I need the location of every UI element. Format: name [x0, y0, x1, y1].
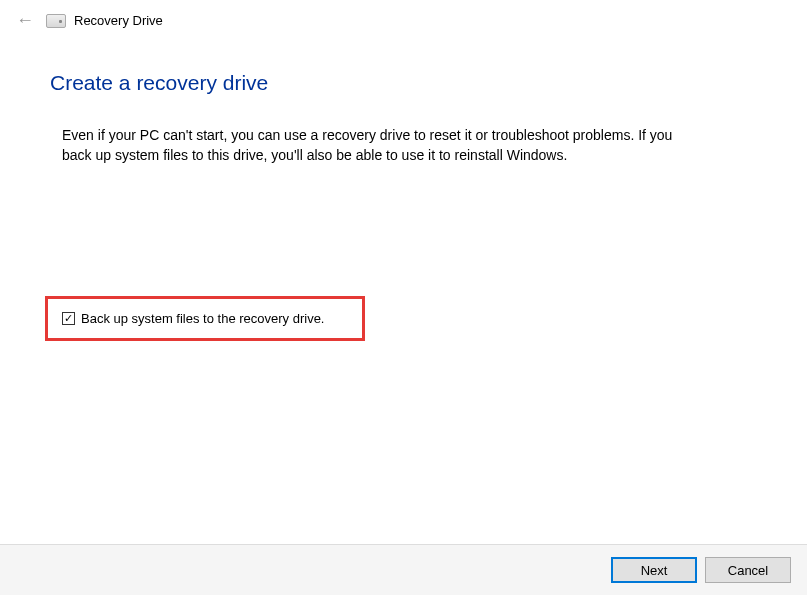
footer: Next Cancel [0, 544, 807, 595]
next-button[interactable]: Next [611, 557, 697, 583]
drive-icon [46, 14, 66, 28]
back-arrow-icon[interactable]: ← [12, 8, 38, 33]
backup-checkbox[interactable]: ✓ [62, 312, 75, 325]
page-heading: Create a recovery drive [50, 71, 757, 95]
page-description: Even if your PC can't start, you can use… [62, 125, 702, 166]
content-area: Create a recovery drive Even if your PC … [0, 41, 807, 341]
backup-checkbox-label: Back up system files to the recovery dri… [81, 311, 324, 326]
cancel-button[interactable]: Cancel [705, 557, 791, 583]
backup-checkbox-row[interactable]: ✓ Back up system files to the recovery d… [45, 296, 365, 341]
window-title: Recovery Drive [74, 13, 163, 28]
titlebar: ← Recovery Drive [0, 0, 807, 41]
